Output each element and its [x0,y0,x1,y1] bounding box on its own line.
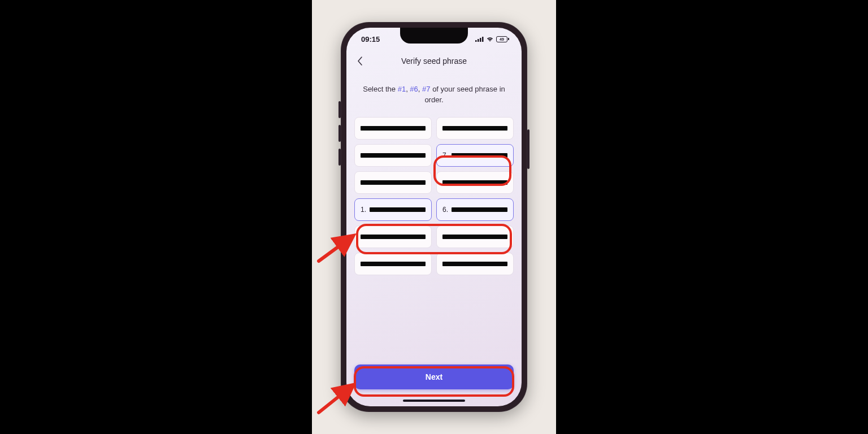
cellular-signal-icon [475,36,484,42]
redacted-word [442,262,507,266]
battery-level: 49 [500,37,504,41]
redacted-word [361,153,426,158]
back-button[interactable] [354,55,366,67]
instruction-prefix: Select the [363,85,397,93]
seed-word-chip-selected[interactable]: 1. [354,198,432,221]
annotation-arrow-icon [315,226,357,264]
seed-word-chip[interactable] [354,171,432,194]
status-right: 49 [475,36,509,42]
phone-notch [400,28,468,44]
instruction-suffix: of your seed phrase in order. [424,85,505,104]
redacted-word [442,180,507,185]
nav-bar: Verify seed phrase [346,51,522,71]
next-button-label: Next [426,372,442,381]
page-title: Verify seed phrase [346,57,522,66]
seed-word-chip-selected[interactable]: 7. [436,144,514,167]
instruction-index-2: #6 [410,85,418,93]
seed-word-chip[interactable] [354,117,432,140]
home-indicator [403,400,465,402]
redacted-word [452,153,507,158]
screen-content: Select the #1, #6, #7 of your seed phras… [346,84,522,406]
seed-word-grid: 7. 1. 6. [354,117,514,275]
phone-screen: 09:15 [346,28,522,406]
battery-icon: 49 [496,36,509,42]
phone-frame: 09:15 [341,22,527,412]
annotation-arrow-icon [315,377,357,416]
next-button[interactable]: Next [354,364,514,389]
svg-line-4 [319,236,353,261]
instruction-index-3: #7 [422,85,430,93]
redacted-word [361,126,426,131]
instruction-index-1: #1 [398,85,406,93]
redacted-word [361,235,426,239]
svg-rect-2 [480,38,481,42]
instruction-text: Select the #1, #6, #7 of your seed phras… [354,84,514,117]
seed-word-chip[interactable] [436,117,514,140]
redacted-word [361,180,426,185]
status-time: 09:15 [361,35,380,44]
seed-word-chip[interactable] [354,253,432,275]
redacted-word [361,262,426,266]
redacted-word [370,207,426,212]
seed-word-chip[interactable] [436,225,514,248]
chevron-left-icon [357,57,363,66]
chip-number: 1. [361,206,366,214]
chip-number: 7. [442,151,448,159]
redacted-word [452,207,507,212]
svg-rect-1 [478,39,479,42]
seed-word-chip[interactable] [354,225,432,248]
svg-rect-0 [475,40,477,42]
seed-word-chip[interactable] [436,253,514,275]
svg-rect-3 [482,37,484,42]
instruction-sep-2: , [418,85,422,93]
seed-word-chip-selected[interactable]: 6. [436,198,514,221]
redacted-word [442,235,507,239]
redacted-word [442,126,507,131]
seed-word-chip[interactable] [354,144,432,167]
tutorial-stage: 09:15 [312,0,556,434]
chip-number: 6. [442,206,448,214]
seed-word-chip[interactable] [436,171,514,194]
svg-line-5 [319,385,353,413]
wifi-icon [486,36,494,42]
